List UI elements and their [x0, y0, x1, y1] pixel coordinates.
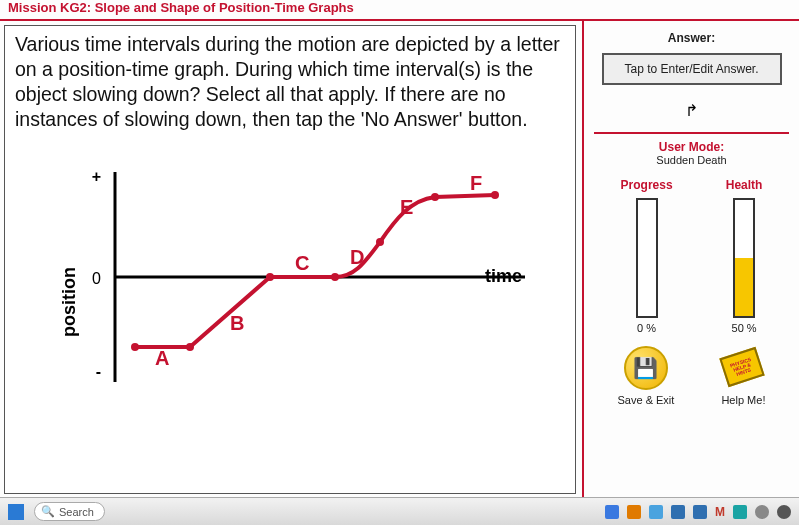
- x-axis-label: time: [485, 266, 522, 286]
- position-time-graph: + 0 - position time A: [15, 142, 565, 489]
- health-meter: Health 50 %: [726, 178, 763, 334]
- question-text: Various time intervals during the motion…: [15, 32, 565, 132]
- svg-point-2: [131, 343, 139, 351]
- search-icon: 🔍: [41, 505, 55, 518]
- segment-label-b: B: [230, 312, 244, 334]
- tray-icon[interactable]: [649, 505, 663, 519]
- tray-icon[interactable]: [605, 505, 619, 519]
- svg-point-5: [331, 273, 339, 281]
- axis-zero: 0: [92, 270, 101, 287]
- y-axis-label: position: [59, 267, 79, 337]
- save-exit-label: Save & Exit: [618, 394, 675, 406]
- segment-label-c: C: [295, 252, 309, 274]
- sidebar: Answer: Tap to Enter/Edit Answer. ↱ User…: [582, 21, 799, 500]
- segment-label-a: A: [155, 347, 169, 369]
- user-mode-label: User Mode:: [659, 140, 724, 154]
- health-fill: [735, 258, 753, 316]
- taskbar-search[interactable]: 🔍 Search: [34, 502, 105, 521]
- health-title: Health: [726, 178, 763, 192]
- segment-label-e: E: [400, 196, 413, 218]
- tray-icon[interactable]: M: [715, 505, 725, 519]
- axis-minus: -: [96, 363, 101, 380]
- divider: [594, 132, 789, 134]
- user-mode-value: Sudden Death: [656, 154, 726, 166]
- svg-point-3: [186, 343, 194, 351]
- progress-pct: 0 %: [637, 322, 656, 334]
- help-label: Help Me!: [721, 394, 765, 406]
- health-pct: 50 %: [732, 322, 757, 334]
- help-button[interactable]: PHYSICS HELP & HINTS Help Me!: [721, 346, 765, 406]
- tray-icon[interactable]: [733, 505, 747, 519]
- start-icon[interactable]: [8, 504, 24, 520]
- tray-icon[interactable]: [755, 505, 769, 519]
- save-exit-button[interactable]: 💾 Save & Exit: [618, 346, 675, 406]
- tray-icon[interactable]: [693, 505, 707, 519]
- os-taskbar: 🔍 Search M: [0, 497, 799, 525]
- tray-icon[interactable]: [671, 505, 685, 519]
- segment-label-f: F: [470, 172, 482, 194]
- search-placeholder: Search: [59, 506, 94, 518]
- progress-title: Progress: [621, 178, 673, 192]
- answer-label: Answer:: [668, 31, 715, 45]
- cursor-icon: ↱: [685, 101, 698, 120]
- position-curve: [135, 195, 495, 347]
- help-book-icon: PHYSICS HELP & HINTS: [721, 346, 765, 390]
- svg-point-6: [376, 238, 384, 246]
- taskbar-tray: M: [605, 505, 791, 519]
- tray-icon[interactable]: [777, 505, 791, 519]
- segment-label-d: D: [350, 246, 364, 268]
- answer-input[interactable]: Tap to Enter/Edit Answer.: [602, 53, 782, 85]
- svg-point-4: [266, 273, 274, 281]
- floppy-disk-icon: 💾: [624, 346, 668, 390]
- mission-title: Mission KG2: Slope and Shape of Position…: [0, 0, 799, 19]
- question-panel: Various time intervals during the motion…: [4, 25, 576, 494]
- tray-icon[interactable]: [627, 505, 641, 519]
- axis-plus: +: [92, 168, 101, 185]
- svg-point-7: [431, 193, 439, 201]
- progress-meter: Progress 0 %: [621, 178, 673, 334]
- svg-point-8: [491, 191, 499, 199]
